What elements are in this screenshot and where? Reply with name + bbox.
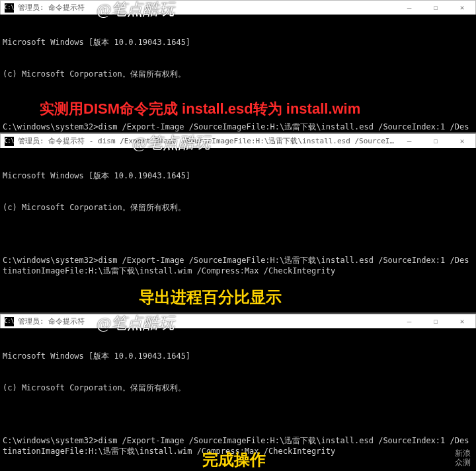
window-title: 管理员: 命令提示符 [18, 3, 396, 13]
cmd-icon: C:\ [5, 3, 14, 13]
term-line: (c) Microsoft Corporation。保留所有权利。 [3, 202, 473, 213]
term-line: C:\windows\system32>dism /Export-Image /… [3, 255, 473, 276]
terminal-output[interactable]: Microsoft Windows [版本 10.0.19043.1645] (… [0, 15, 476, 132]
titlebar[interactable]: C:\ 管理员: 命令提示符 — ☐ ✕ [0, 0, 476, 15]
close-button[interactable]: ✕ [449, 314, 475, 328]
maximize-button[interactable]: ☐ [422, 1, 449, 15]
cmd-icon: C:\ [5, 137, 14, 146]
term-line: (c) Microsoft Corporation。保留所有权利。 [3, 382, 473, 393]
maximize-button[interactable]: ☐ [422, 314, 449, 328]
titlebar[interactable]: C:\ 管理员: 命令提示符 — ☐ ✕ [0, 314, 476, 328]
terminal-output[interactable]: Microsoft Windows [版本 10.0.19043.1645] (… [0, 328, 476, 471]
maximize-button[interactable]: ☐ [422, 134, 449, 148]
window-panel-2: C:\ 管理员: 命令提示符 - dism /Export-Image /Sou… [0, 133, 476, 312]
term-line: (c) Microsoft Corporation。保留所有权利。 [3, 69, 473, 79]
term-line: Microsoft Windows [版本 10.0.19043.1645] [3, 37, 473, 48]
term-line: C:\windows\system32>dism /Export-Image /… [3, 435, 473, 456]
window-panel-3: C:\ 管理员: 命令提示符 — ☐ ✕ Microsoft Windows [… [0, 314, 476, 471]
close-button[interactable]: ✕ [449, 1, 475, 15]
minimize-button[interactable]: — [396, 314, 422, 328]
window-title: 管理员: 命令提示符 - dism /Export-Image /SourceI… [18, 136, 396, 146]
term-line: Microsoft Windows [版本 10.0.19043.1645] [3, 351, 473, 361]
titlebar[interactable]: C:\ 管理员: 命令提示符 - dism /Export-Image /Sou… [0, 133, 476, 148]
window-buttons: — ☐ ✕ [396, 314, 475, 328]
minimize-button[interactable]: — [396, 1, 422, 15]
window-buttons: — ☐ ✕ [396, 134, 475, 148]
term-line: Microsoft Windows [版本 10.0.19043.1645] [3, 170, 473, 181]
window-buttons: — ☐ ✕ [396, 1, 475, 15]
term-line: C:\windows\system32>dism /Export-Image /… [3, 122, 473, 132]
close-button[interactable]: ✕ [449, 134, 475, 148]
window-title: 管理员: 命令提示符 [18, 316, 396, 326]
window-panel-1: C:\ 管理员: 命令提示符 — ☐ ✕ Microsoft Windows [… [0, 0, 476, 132]
minimize-button[interactable]: — [396, 134, 422, 148]
terminal-output[interactable]: Microsoft Windows [版本 10.0.19043.1645] (… [0, 148, 476, 312]
cmd-icon: C:\ [5, 317, 14, 326]
